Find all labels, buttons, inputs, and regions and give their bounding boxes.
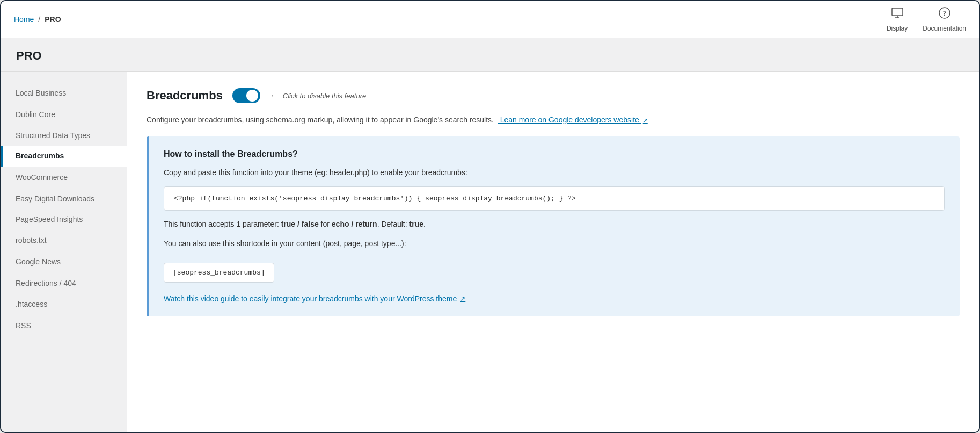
step2-text1: This function accepts 1 parameter: xyxy=(164,220,281,228)
sidebar-item-rss[interactable]: RSS xyxy=(1,315,127,337)
sidebar-item-breadcrumbs[interactable]: Breadcrumbs xyxy=(1,146,127,167)
sidebar-item-structured-data-types[interactable]: Structured Data Types xyxy=(1,125,127,146)
topbar-actions: Display ? Documentation xyxy=(887,6,966,32)
info-box-step3: You can also use this shortcode in your … xyxy=(164,237,945,249)
step2-text3: . Default: xyxy=(377,220,409,228)
sidebar-item-woocommerce[interactable]: WooCommerce xyxy=(1,167,127,189)
info-box-step1: Copy and paste this function into your t… xyxy=(164,167,945,178)
app-window: Home / PRO Display ? xyxy=(0,0,980,433)
documentation-action-button[interactable]: ? Documentation xyxy=(923,6,966,32)
breadcrumb-home-link[interactable]: Home xyxy=(14,15,34,24)
info-box-step2: This function accepts 1 parameter: true … xyxy=(164,218,945,230)
external-link-icon: ↗ xyxy=(643,117,648,124)
learn-more-text: Lean more on Google developers website xyxy=(500,116,639,124)
info-box-title: How to install the Breadcrumbs? xyxy=(164,149,945,159)
breadcrumb-current: PRO xyxy=(45,15,61,24)
arrow-left-icon: ← xyxy=(270,91,279,100)
sidebar-item-redirections-404[interactable]: Redirections / 404 xyxy=(1,273,127,294)
step2-bold1: true / false xyxy=(281,220,319,228)
sidebar-item-google-news[interactable]: Google News xyxy=(1,251,127,273)
display-label: Display xyxy=(887,25,908,32)
topbar: Home / PRO Display ? xyxy=(1,1,979,38)
step2-text4: . xyxy=(423,220,426,228)
learn-more-link[interactable]: Lean more on Google developers website ↗ xyxy=(498,116,648,124)
page-header: PRO xyxy=(1,38,979,72)
video-external-icon: ↗ xyxy=(460,295,465,302)
svg-rect-0 xyxy=(892,8,903,16)
video-link-text: Watch this video guide to easily integra… xyxy=(164,294,457,303)
info-box: How to install the Breadcrumbs? Copy and… xyxy=(147,136,960,316)
page-content: PRO Local Business Dublin Core Structure… xyxy=(1,38,979,432)
sidebar-item-easy-digital-downloads[interactable]: Easy Digital Downloads xyxy=(1,189,127,209)
video-guide-link[interactable]: Watch this video guide to easily integra… xyxy=(164,294,465,303)
toggle-hint: ← Click to disable this feature xyxy=(270,91,366,100)
sidebar-item-dublin-core[interactable]: Dublin Core xyxy=(1,104,127,126)
sidebar-item-htaccess[interactable]: .htaccess xyxy=(1,294,127,315)
display-action-button[interactable]: Display xyxy=(887,6,908,32)
feature-description: Configure your breadcrumbs, using schema… xyxy=(147,114,960,126)
feature-toggle[interactable] xyxy=(232,88,260,103)
sidebar: Local Business Dublin Core Structured Da… xyxy=(1,72,127,432)
shortcode-block[interactable]: [seopress_breadcrumbs] xyxy=(164,263,274,283)
feature-title: Breadcrumbs xyxy=(147,89,223,103)
svg-text:?: ? xyxy=(942,9,946,17)
feature-description-text: Configure your breadcrumbs, using schema… xyxy=(147,116,494,124)
documentation-label: Documentation xyxy=(923,25,966,32)
code-block[interactable]: <?php if(function_exists('seopress_displ… xyxy=(164,186,945,211)
documentation-icon: ? xyxy=(938,6,951,23)
step2-bold2: echo / return xyxy=(332,220,377,228)
main-panel: Breadcrumbs ← Click to disable this feat… xyxy=(127,72,979,432)
page-title: PRO xyxy=(16,49,964,63)
toggle-slider xyxy=(232,88,260,103)
sidebar-item-robots-txt[interactable]: robots.txt xyxy=(1,230,127,251)
breadcrumb: Home / PRO xyxy=(14,15,61,24)
sidebar-item-pagespeed-insights[interactable]: PageSpeed Insights xyxy=(1,209,127,230)
sidebar-item-local-business[interactable]: Local Business xyxy=(1,83,127,104)
display-icon xyxy=(891,6,904,23)
breadcrumb-separator: / xyxy=(38,15,40,24)
step2-bold3: true xyxy=(409,220,423,228)
toggle-hint-text: Click to disable this feature xyxy=(283,92,366,100)
main-layout: Local Business Dublin Core Structured Da… xyxy=(1,72,979,432)
feature-header: Breadcrumbs ← Click to disable this feat… xyxy=(147,88,960,103)
step2-text2: for xyxy=(319,220,332,228)
